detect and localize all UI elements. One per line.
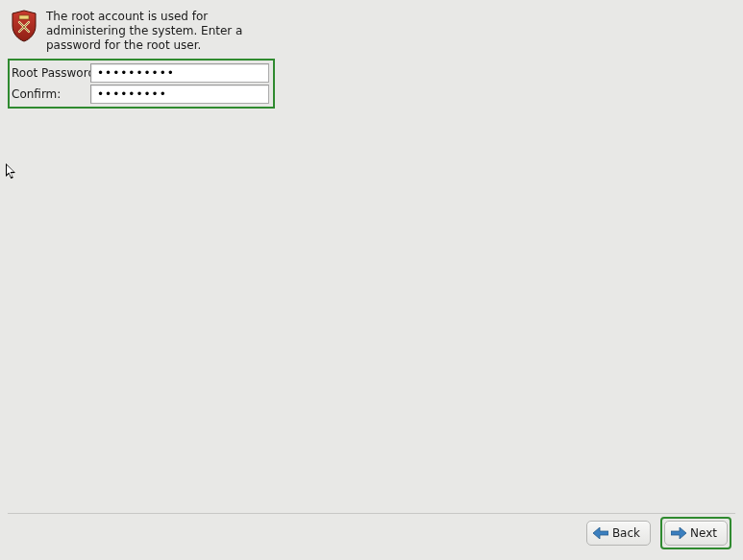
root-password-row: Root Password: xyxy=(12,62,269,84)
password-form: Root Password: Confirm: xyxy=(8,59,275,109)
arrow-left-icon xyxy=(593,527,608,539)
confirm-password-row: Confirm: xyxy=(12,84,269,105)
next-button-label: Next xyxy=(690,526,717,540)
confirm-password-input[interactable] xyxy=(90,85,269,104)
shield-icon xyxy=(10,10,38,42)
header: The root account is used for administeri… xyxy=(0,0,743,59)
arrow-right-icon xyxy=(671,527,686,539)
instruction-text: The root account is used for administeri… xyxy=(46,10,272,53)
mouse-cursor-icon xyxy=(6,163,17,181)
confirm-password-label: Confirm: xyxy=(12,87,87,101)
footer: Back Next xyxy=(0,514,743,560)
svg-rect-0 xyxy=(19,15,29,19)
back-button[interactable]: Back xyxy=(586,521,651,546)
root-password-label: Root Password: xyxy=(12,66,87,80)
next-button-wrap: Next xyxy=(660,517,731,549)
back-button-wrap: Back xyxy=(586,521,651,546)
next-button[interactable]: Next xyxy=(664,521,728,546)
back-button-label: Back xyxy=(612,526,640,540)
root-password-input[interactable] xyxy=(90,63,269,83)
